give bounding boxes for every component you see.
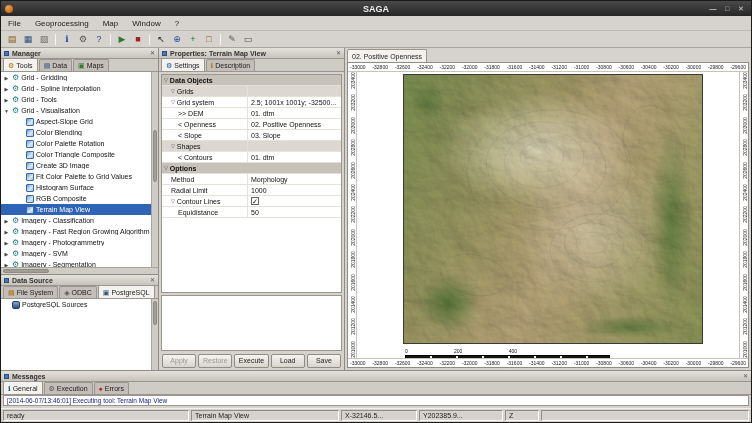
menu-item-file[interactable]: File (1, 16, 28, 31)
property-value[interactable] (248, 86, 341, 96)
tree-item-grid-tools[interactable]: ▶⚙Grid - Tools (1, 94, 151, 105)
property-value[interactable]: 1000 (248, 185, 341, 195)
tree-item-color-palette-rotation[interactable]: Color Palette Rotation (1, 138, 151, 149)
open-icon[interactable]: ▤ (5, 33, 19, 46)
execute-icon[interactable]: ▶ (115, 33, 129, 46)
tree-item-color-blending[interactable]: Color Blending (1, 127, 151, 138)
tree-item-aspect-slope-grid[interactable]: Aspect-Slope Grid (1, 116, 151, 127)
help-icon[interactable]: ? (92, 33, 106, 46)
messages-tab-errors[interactable]: ●Errors (94, 382, 129, 394)
expand-arrow[interactable]: ▶ (3, 218, 10, 224)
expand-arrow[interactable]: ▶ (3, 251, 10, 257)
close-button[interactable]: ✕ (736, 5, 746, 13)
property-value[interactable]: 01. dtm (248, 108, 341, 118)
property-row-slope[interactable]: < Slope03. Slope (162, 130, 341, 141)
close-icon[interactable]: ✕ (150, 50, 155, 57)
property-value[interactable]: Morphology (248, 174, 341, 184)
tree-item-fit-color-palette-to-grid-values[interactable]: Fit Color Palette to Grid Values (1, 171, 151, 182)
data-source-tab-postgresql[interactable]: ▣PostgreSQL (98, 285, 155, 298)
property-row-equidistance[interactable]: Equidistance50 (162, 207, 341, 218)
measure-icon[interactable]: ▭ (241, 33, 255, 46)
manager-tab-tools[interactable]: ⚙Tools (3, 58, 38, 71)
tree-item-imagery-svm[interactable]: ▶⚙Imagery - SVM (1, 248, 151, 259)
map-tab-positive-openness[interactable]: 02. Positive Openness (347, 49, 427, 62)
property-row-method[interactable]: MethodMorphology (162, 174, 341, 185)
property-row-openness[interactable]: < Openness02. Positive Openness (162, 119, 341, 130)
tree-item-rgb-composite[interactable]: RGB Composite (1, 193, 151, 204)
tree-item-imagery-photogrammetry[interactable]: ▶⚙Imagery - Photogrammetry (1, 237, 151, 248)
expand-arrow[interactable]: ▶ (3, 75, 10, 81)
pan-icon[interactable]: + (186, 33, 200, 46)
contour-lines-checkbox[interactable]: ✓ (251, 197, 259, 205)
title-bar[interactable]: SAGA —□✕ (1, 1, 751, 16)
properties-tab-settings[interactable]: ⚙Settings (161, 58, 205, 71)
menu-item-help[interactable]: ? (168, 16, 186, 31)
execute-button[interactable]: Execute (234, 354, 268, 368)
property-value[interactable]: 2.5; 1001x 1001y; -32500... (248, 97, 341, 107)
tree-item-imagery-classification[interactable]: ▶⚙Imagery - Classification (1, 215, 151, 226)
load-button[interactable]: Load (271, 354, 305, 368)
property-row-radial-limit[interactable]: Radial Limit1000 (162, 185, 341, 196)
save-button[interactable]: Save (307, 354, 341, 368)
property-row-grids[interactable]: ▽Grids (162, 86, 341, 97)
data-source-scrollbar[interactable] (151, 299, 158, 370)
tree-item-imagery-fast-region-growing-algorithm[interactable]: ▶⚙Imagery - Fast Region Growing Algorith… (1, 226, 151, 237)
property-row-contours[interactable]: < Contours01. dtm (162, 152, 341, 163)
tree-item-create-3d-image[interactable]: Create 3D Image (1, 160, 151, 171)
expand-arrow[interactable]: ▶ (3, 240, 10, 246)
property-value[interactable]: 01. dtm (248, 152, 341, 162)
minimize-button[interactable]: — (708, 5, 718, 13)
expand-arrow[interactable]: ▶ (3, 97, 10, 103)
property-value[interactable] (248, 141, 341, 151)
manager-tab-data[interactable]: ▤Data (39, 59, 72, 71)
scrollbar-thumb[interactable] (3, 269, 49, 273)
tree-item-histogram-surface[interactable]: Histogram Surface (1, 182, 151, 193)
expand-arrow[interactable]: ▶ (3, 229, 10, 235)
tree-item-imagery-segmentation[interactable]: ▶⚙Imagery - Segmentation (1, 259, 151, 267)
scrollbar-thumb[interactable] (153, 301, 157, 325)
menu-item-geoprocessing[interactable]: Geoprocessing (28, 16, 96, 31)
tree-item-grid-spline-interpolation[interactable]: ▶⚙Grid - Spline Interpolation (1, 83, 151, 94)
save-icon[interactable]: ▦ (21, 33, 35, 46)
close-icon[interactable]: ✕ (150, 277, 155, 284)
stop-icon[interactable]: ■ (131, 33, 145, 46)
select-icon[interactable]: □ (202, 33, 216, 46)
close-icon[interactable]: ✕ (336, 50, 341, 57)
property-row-contour-lines[interactable]: ▽Contour Lines✓ (162, 196, 341, 207)
manager-tab-maps[interactable]: ▣Maps (73, 59, 109, 71)
property-row-dem[interactable]: >> DEM01. dtm (162, 108, 341, 119)
print-icon[interactable]: ▧ (37, 33, 51, 46)
properties-tab-description[interactable]: ℹDescription (206, 59, 256, 71)
property-value[interactable]: 02. Positive Openness (248, 119, 341, 129)
tree-item-color-triangle-composite[interactable]: Color Triangle Composite (1, 149, 151, 160)
pointer-icon[interactable]: ↖ (154, 33, 168, 46)
map-canvas[interactable]: 0200400 (357, 72, 739, 358)
data-source-item-postgresql-sources[interactable]: PostgreSQL Sources (1, 299, 151, 310)
menu-item-window[interactable]: Window (125, 16, 167, 31)
menu-item-map[interactable]: Map (96, 16, 126, 31)
close-icon[interactable]: ✕ (743, 373, 748, 380)
scrollbar-thumb[interactable] (153, 130, 157, 182)
data-source-tab-odbc[interactable]: ◈ODBC (59, 286, 97, 298)
expand-arrow[interactable]: ▼ (3, 108, 10, 114)
terrain-map-image[interactable] (403, 74, 703, 344)
property-value[interactable]: 03. Slope (248, 130, 341, 140)
edit-icon[interactable]: ✎ (225, 33, 239, 46)
tree-item-terrain-map-view[interactable]: Terrain Map View (1, 204, 151, 215)
messages-tab-execution[interactable]: ⚙Execution (44, 382, 93, 394)
settings-icon[interactable]: ⚙ (76, 33, 90, 46)
expand-arrow[interactable]: ▶ (3, 86, 10, 92)
tree-vertical-scrollbar[interactable] (151, 72, 158, 267)
tree-item-grid-visualisation[interactable]: ▼⚙Grid - Visualisation (1, 105, 151, 116)
tree-horizontal-scrollbar[interactable] (1, 267, 158, 274)
maximize-button[interactable]: □ (722, 5, 732, 13)
property-value[interactable]: 50 (248, 207, 341, 217)
data-source-tab-file-system[interactable]: ▤File System (3, 286, 58, 298)
tree-item-grid-gridding[interactable]: ▶⚙Grid - Gridding (1, 72, 151, 83)
property-row-grid-system[interactable]: ▽Grid system2.5; 1001x 1001y; -32500... (162, 97, 341, 108)
zoom-icon[interactable]: ⊕ (170, 33, 184, 46)
messages-tab-general[interactable]: ℹGeneral (3, 381, 43, 394)
property-value[interactable]: ✓ (248, 196, 341, 206)
property-row-shapes[interactable]: ▽Shapes (162, 141, 341, 152)
info-icon[interactable]: ℹ (60, 33, 74, 46)
